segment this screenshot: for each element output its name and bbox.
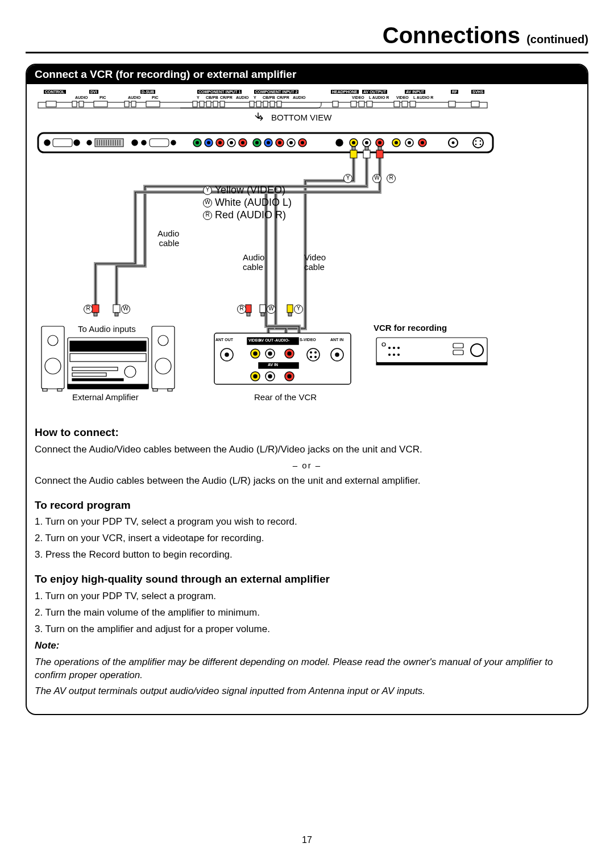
svg-point-132 <box>307 348 320 361</box>
svg-rect-28 <box>53 139 72 147</box>
svg-point-79 <box>421 141 424 144</box>
svg-rect-6 <box>131 101 136 107</box>
svg-rect-22 <box>394 101 400 107</box>
label-video-out: VIDEO <box>248 338 261 342</box>
amp-step2: 2. Turn the main volume of the amplifier… <box>35 607 579 620</box>
svg-rect-12 <box>220 101 225 107</box>
svg-rect-92 <box>365 147 368 150</box>
label-ant-out: ANT OUT <box>215 338 233 342</box>
svg-rect-159 <box>453 343 463 348</box>
record-title: To record program <box>35 498 579 513</box>
svg-rect-106 <box>261 313 264 316</box>
svg-rect-87 <box>350 150 357 158</box>
svg-rect-125 <box>153 389 157 391</box>
svg-rect-7 <box>146 101 160 107</box>
svg-point-158 <box>398 354 400 356</box>
svg-point-43 <box>132 140 138 146</box>
svg-rect-117 <box>70 354 146 362</box>
label-rear-vcr: Rear of the VCR <box>254 392 317 402</box>
svg-point-30 <box>87 140 92 145</box>
svg-rect-138 <box>259 363 298 368</box>
svg-rect-19 <box>351 101 356 107</box>
svg-rect-119 <box>72 367 118 371</box>
svg-point-52 <box>218 141 222 144</box>
title-rule <box>26 52 588 53</box>
svg-rect-18 <box>333 101 338 107</box>
svg-rect-25 <box>449 101 455 107</box>
svg-rect-2 <box>72 101 77 107</box>
legend-yellow-text: Yellow (VIDEO) <box>215 184 285 196</box>
svg-rect-160 <box>453 350 463 355</box>
svg-rect-8 <box>193 101 197 107</box>
svg-rect-103 <box>246 305 251 313</box>
title-sub: (continued) <box>526 33 588 45</box>
svg-rect-26 <box>471 101 479 107</box>
label-audio-cable-amp: Audio cable <box>157 229 179 248</box>
svg-point-155 <box>398 347 400 349</box>
svg-rect-126 <box>168 389 172 391</box>
label-vcr: VCR for recording <box>374 323 447 333</box>
svg-point-136 <box>315 356 317 358</box>
svg-point-67 <box>336 139 343 146</box>
svg-rect-99 <box>113 305 120 313</box>
svg-point-153 <box>389 347 391 349</box>
svg-point-134 <box>315 352 317 354</box>
svg-point-48 <box>196 141 199 144</box>
mark-y: Y <box>203 186 212 195</box>
mark-w-mid: W <box>267 305 276 314</box>
svg-rect-95 <box>376 150 383 158</box>
svg-rect-122 <box>68 384 148 389</box>
svg-point-64 <box>289 141 293 144</box>
mark-y-mid: Y <box>294 305 303 314</box>
svg-point-114 <box>155 358 171 374</box>
label-av-in: AV IN <box>268 363 278 367</box>
label-svideo: S-VIDEO <box>300 338 316 342</box>
svg-point-118 <box>125 366 136 377</box>
page-number: 17 <box>0 835 614 845</box>
svg-point-157 <box>393 354 395 356</box>
svg-rect-123 <box>43 389 47 391</box>
svg-rect-1 <box>46 101 56 107</box>
svg-point-148 <box>268 375 272 378</box>
svg-point-62 <box>278 141 281 144</box>
svg-rect-104 <box>247 313 250 316</box>
svg-rect-102 <box>94 313 97 316</box>
svg-point-140 <box>254 352 257 355</box>
note-body2: The AV output terminals output audio/vid… <box>35 685 579 698</box>
svg-rect-101 <box>92 305 99 313</box>
svg-point-111 <box>45 358 61 374</box>
mark-r-amp: R <box>84 305 93 314</box>
svg-point-69 <box>352 141 355 144</box>
amp-step3: 3. Turn on the amplifier and adjust for … <box>35 623 579 636</box>
svg-point-135 <box>310 356 312 358</box>
top-port-outline <box>38 101 487 108</box>
howto-line1: Connect the Audio/Video cables between t… <box>35 443 579 456</box>
svg-rect-10 <box>206 101 211 107</box>
svg-point-71 <box>365 141 368 144</box>
svg-point-77 <box>408 141 411 144</box>
legend-white: W White (AUDIO L) <box>203 197 292 209</box>
svg-point-66 <box>301 141 304 144</box>
svg-point-58 <box>255 141 259 144</box>
connection-panel: Connect a VCR (for recording) or externa… <box>26 64 588 715</box>
legend-white-text: White (AUDIO L) <box>215 197 292 208</box>
label-ext-amp: External Amplifier <box>72 392 139 402</box>
svg-point-60 <box>267 141 270 144</box>
howto-or: – or – <box>35 460 579 471</box>
svg-point-131 <box>335 353 339 356</box>
svg-point-133 <box>310 352 312 354</box>
note-body1: The operations of the amplifier may be d… <box>35 656 579 682</box>
legend-red: R Red (AUDIO R) <box>203 209 286 221</box>
bottom-view-arrow-icon <box>255 113 263 121</box>
diagram-svg <box>32 88 499 412</box>
mark-w-top: W <box>372 174 381 183</box>
svg-rect-162 <box>376 363 487 365</box>
howto-title: How to connect: <box>35 425 579 440</box>
svg-point-84 <box>480 140 482 142</box>
svg-rect-4 <box>94 101 107 107</box>
svg-point-27 <box>44 140 50 146</box>
svg-rect-116 <box>70 341 146 351</box>
svg-point-156 <box>389 354 391 356</box>
svg-rect-88 <box>352 147 355 150</box>
svg-point-85 <box>475 144 477 146</box>
